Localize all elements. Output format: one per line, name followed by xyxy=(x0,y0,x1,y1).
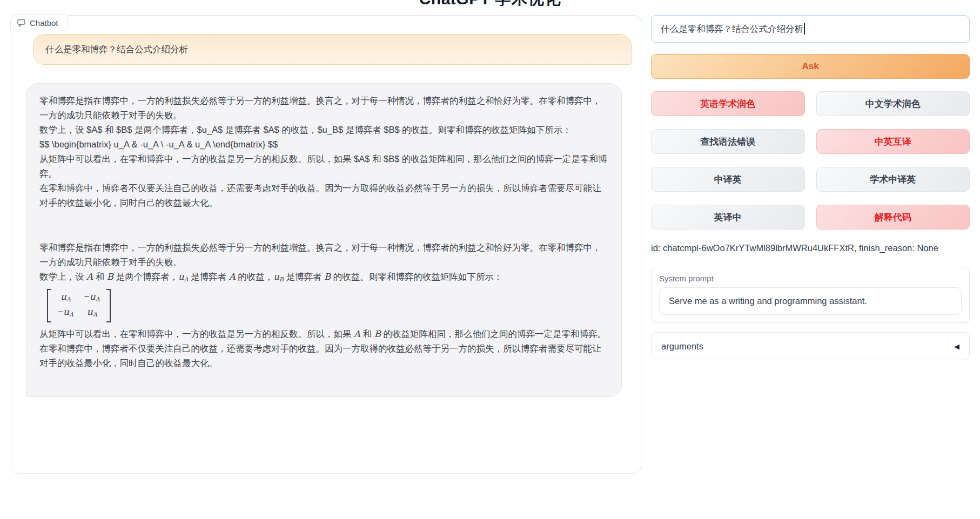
button-find-grammar-errors[interactable]: 查找语法错误 xyxy=(651,129,805,154)
math-var: u xyxy=(273,272,279,282)
text-segment: 数学上，设 xyxy=(39,272,86,281)
button-zh-to-en[interactable]: 中译英 xyxy=(651,167,805,192)
matrix-cell: uA xyxy=(84,306,100,321)
chat-messages: 什么是零和博弈？结合公式介绍分析 零和博弈是指在博弈中，一方的利益损失必然等于另… xyxy=(11,16,641,473)
text-segment: 和 xyxy=(93,272,107,281)
math-subscript: B xyxy=(279,276,284,283)
text-segment: 的收益， xyxy=(236,272,274,281)
chatbot-label: Chatbot xyxy=(10,15,68,31)
chat-bubble-icon xyxy=(17,19,26,27)
bot-rendered-line-5: 在零和博弈中，博弈者不仅要关注自己的收益，还需要考虑对手的收益。因为一方取得的收… xyxy=(39,341,608,370)
matrix-cell: uA xyxy=(58,291,73,306)
arguments-accordion[interactable]: arguments ◀ xyxy=(651,332,970,360)
system-prompt-input[interactable]: Serve me as a writing and programming as… xyxy=(659,287,962,315)
completion-status-text: id: chatcmpl-6wOo7KrYTwMl89lbrMWRu4UkFFX… xyxy=(651,243,970,253)
chatbot-label-text: Chatbot xyxy=(30,18,58,28)
question-input-value: 什么是零和博弈？结合公式介绍分析 xyxy=(661,23,803,35)
control-column: 什么是零和博弈？结合公式介绍分析 Ask 英语学术润色 中文学术润色 查找语法错… xyxy=(651,0,970,360)
text-segment: 的收益。则零和博弈的收益矩阵如下所示： xyxy=(331,272,502,281)
chatbot-panel: Chatbot 什么是零和博弈？结合公式介绍分析 零和博弈是指在博弈中，一方的利… xyxy=(11,15,641,474)
button-academic-zh-to-en[interactable]: 学术中译英 xyxy=(816,167,970,192)
matrix-grid: uA −uA −uA uA xyxy=(51,289,106,322)
ask-button[interactable]: Ask xyxy=(651,54,970,79)
user-message-bubble: 什么是零和博弈？结合公式介绍分析 xyxy=(33,34,632,65)
button-en-to-zh[interactable]: 英译中 xyxy=(651,205,805,230)
text-segment: 从矩阵中可以看出，在零和博弈中，一方的收益是另一方的相反数。所以，如果 xyxy=(39,329,354,339)
math-var: B xyxy=(324,272,331,282)
app-root: ChatGPT 学术优化 Chatbot 什么是零和博弈？结合公式介绍分析 零和… xyxy=(0,0,980,519)
user-message-text: 什么是零和博弈？结合公式介绍分析 xyxy=(45,44,188,54)
math-subscript: A xyxy=(184,276,189,283)
text-segment: 的收益矩阵相同，那么他们之间的博弈一定是零和博弈。 xyxy=(381,329,606,339)
button-english-academic-polish[interactable]: 英语学术润色 xyxy=(651,91,805,116)
quick-action-grid: 英语学术润色 中文学术润色 查找语法错误 中英互译 中译英 学术中译英 英译中 … xyxy=(651,91,970,230)
bot-rendered-math-line: 数学上，设 A 和 B 是两个博弈者，uA 是博弈者 A 的收益，uB 是博弈者… xyxy=(39,269,608,287)
paragraph-gap xyxy=(39,210,608,240)
math-matrix: uA −uA −uA uA xyxy=(47,289,111,322)
text-segment: 是博弈者 xyxy=(284,272,324,281)
accordion-collapsed-arrow-icon: ◀ xyxy=(954,342,959,351)
text-caret xyxy=(804,23,805,35)
button-explain-code[interactable]: 解释代码 xyxy=(816,205,970,230)
button-zh-en-mutual-translate[interactable]: 中英互译 xyxy=(816,129,970,154)
math-var: A xyxy=(86,272,93,282)
bubble-tail-space xyxy=(39,370,608,389)
math-var: B xyxy=(374,329,381,339)
bot-rendered-line-1: 零和博弈是指在博弈中，一方的利益损失必然等于另一方的利益增益。换言之，对于每一种… xyxy=(39,240,608,269)
bot-rendered-line-4: 从矩阵中可以看出，在零和博弈中，一方的收益是另一方的相反数。所以，如果 A 和 … xyxy=(39,327,608,341)
question-input[interactable]: 什么是零和博弈？结合公式介绍分析 xyxy=(651,15,970,43)
matrix-cell: −uA xyxy=(58,306,73,321)
text-segment: 和 xyxy=(360,329,374,339)
matrix-left-bracket xyxy=(47,289,51,322)
button-chinese-academic-polish[interactable]: 中文学术润色 xyxy=(816,91,970,116)
math-var: B xyxy=(107,272,113,282)
bot-raw-line-2: 数学上，设 $A$ 和 $B$ 是两个博弈者，$u_A$ 是博弈者 $A$ 的收… xyxy=(39,123,608,137)
bot-raw-line-1: 零和博弈是指在博弈中，一方的利益损失必然等于另一方的利益增益。换言之，对于每一种… xyxy=(39,93,608,123)
matrix-right-bracket xyxy=(106,289,111,322)
bot-message-bubble: 零和博弈是指在博弈中，一方的利益损失必然等于另一方的利益增益。换言之，对于每一种… xyxy=(26,83,622,397)
system-prompt-label: System prompt xyxy=(659,274,962,283)
bot-raw-latex-matrix: $$ \begin{bmatrix} u_A & -u_A \ -u_A & u… xyxy=(39,137,608,152)
text-segment: 是博弈者 xyxy=(189,272,229,281)
system-prompt-panel: System prompt Serve me as a writing and … xyxy=(651,267,970,323)
bot-raw-line-4: 从矩阵中可以看出，在零和博弈中，一方的收益是另一方的相反数。所以，如果 $A$ … xyxy=(39,152,608,181)
math-var: A xyxy=(229,272,236,282)
math-var: u xyxy=(178,272,184,282)
math-var: A xyxy=(354,329,360,339)
rendered-matrix-row: uA −uA −uA uA xyxy=(39,287,608,327)
matrix-cell: −uA xyxy=(84,291,100,306)
system-prompt-value: Serve me as a writing and programming as… xyxy=(669,296,867,306)
arguments-accordion-label: arguments xyxy=(661,341,703,352)
bot-raw-line-5: 在零和博弈中，博弈者不仅要关注自己的收益，还需要考虑对手的收益。因为一方取得的收… xyxy=(39,181,608,210)
text-segment: 是两个博弈者， xyxy=(113,272,178,281)
